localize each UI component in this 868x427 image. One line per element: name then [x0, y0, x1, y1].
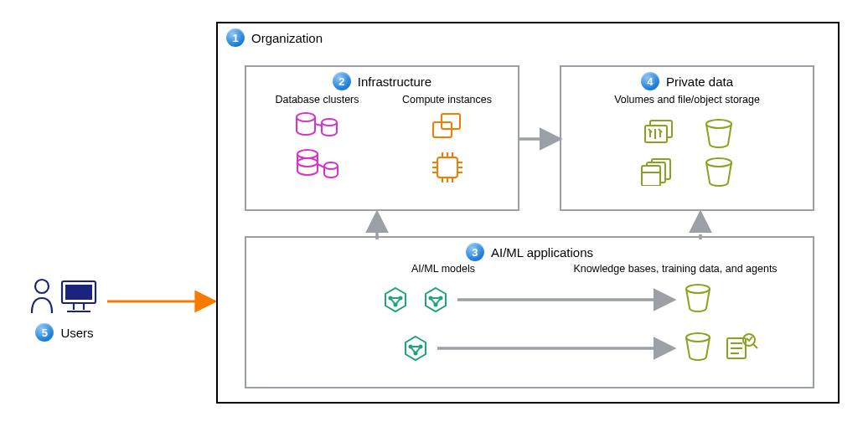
aiml-knowledge-col: Knowledge bases, training data, and agen…	[556, 263, 794, 275]
infrastructure-label: Infrastructure	[358, 75, 431, 89]
db-replica-icon	[294, 147, 341, 181]
svg-point-6	[297, 150, 318, 158]
users-label: Users	[60, 326, 93, 340]
private-data-badge: 4	[641, 72, 659, 90]
svg-rect-16	[642, 166, 660, 186]
volume-stack-icon	[638, 117, 677, 149]
user-computer-icon	[28, 276, 101, 318]
infra-db-label: Database clusters	[260, 94, 375, 105]
aiml-knowledge-label: Knowledge bases, training data, and agen…	[556, 263, 794, 275]
svg-rect-2	[65, 285, 92, 300]
aiml-label: AI/ML applications	[491, 245, 593, 260]
svg-point-4	[297, 113, 315, 121]
users-badge: 5	[35, 323, 54, 342]
ml-chip-icon	[380, 286, 411, 316]
ml-chip-icon	[421, 286, 451, 316]
bucket-icon	[702, 117, 736, 149]
private-data-title-row: 4 Private data	[561, 72, 813, 90]
svg-point-29	[686, 333, 710, 342]
private-data-label: Private data	[666, 75, 733, 89]
arrow-users-to-org	[107, 293, 225, 310]
organization-badge: 1	[226, 28, 245, 47]
file-stack-icon	[638, 156, 677, 186]
bucket-icon	[682, 283, 714, 313]
arrow-models-to-kb-2	[437, 342, 684, 355]
bucket-icon	[682, 332, 714, 362]
bucket-icon-2	[702, 156, 736, 188]
arrow-aiml-to-private-dashed	[692, 211, 709, 244]
svg-point-8	[324, 162, 338, 169]
private-data-box: 4 Private data Volumes and file/object s…	[560, 65, 814, 211]
svg-point-0	[35, 280, 49, 293]
svg-point-5	[322, 119, 337, 126]
infra-compute-col: Compute instances	[390, 94, 504, 184]
users-label-row: 5 Users	[35, 323, 93, 342]
svg-point-7	[297, 158, 318, 167]
svg-point-17	[706, 120, 731, 128]
infra-compute-label: Compute instances	[390, 94, 504, 105]
users-block: 5 Users	[28, 276, 101, 342]
aiml-title-row: 3 AI/ML applications	[246, 243, 813, 261]
aiml-models-col: AI/ML models	[380, 263, 506, 275]
infrastructure-title-row: 2 Infrastructure	[246, 72, 518, 90]
svg-point-18	[706, 158, 731, 167]
db-cluster-icon	[294, 111, 341, 141]
report-magnifier-icon	[726, 332, 759, 362]
infrastructure-badge: 2	[333, 72, 351, 90]
private-data-sublabel: Volumes and file/object storage	[561, 94, 813, 105]
aiml-models-row1	[380, 286, 451, 316]
compute-instances-icon	[426, 111, 468, 144]
organization-box: 1 Organization 2 Infrastructure Database…	[216, 22, 840, 404]
infrastructure-box: 2 Infrastructure Database clusters	[245, 65, 519, 211]
aiml-bucket-row1	[682, 283, 714, 313]
organization-title-row: 1 Organization	[226, 28, 323, 47]
arrow-models-to-kb-1	[457, 293, 684, 306]
aiml-bucket-row2	[682, 332, 759, 362]
svg-point-28	[686, 285, 710, 293]
aiml-models-row2	[400, 335, 431, 365]
arrow-infra-to-private	[519, 131, 570, 147]
arrow-aiml-to-infra	[369, 211, 385, 244]
ml-chip-icon	[400, 335, 431, 365]
aiml-badge: 3	[466, 243, 484, 261]
diagram-stage: 5 Users 1 Organization 2 Infrastructure …	[0, 0, 868, 427]
aiml-models-label: AI/ML models	[380, 263, 506, 275]
aiml-box: 3 AI/ML applications AI/ML models Knowle…	[245, 236, 814, 388]
svg-rect-11	[437, 157, 457, 177]
cpu-chip-icon	[429, 151, 466, 184]
organization-label: Organization	[251, 31, 323, 45]
infra-db-col: Database clusters	[260, 94, 375, 184]
